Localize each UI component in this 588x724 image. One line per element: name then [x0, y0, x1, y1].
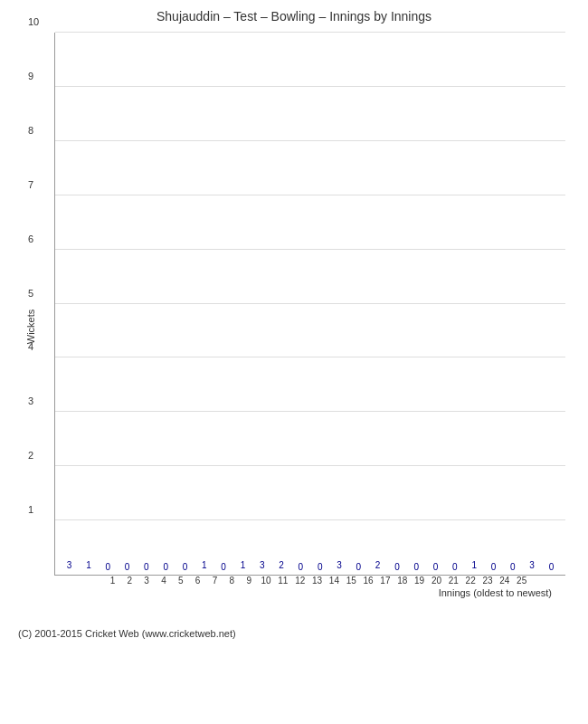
x-label: 13	[308, 576, 326, 586]
x-label: 6	[189, 576, 206, 586]
y-tick-label: 7	[28, 179, 33, 190]
bar-value-label: 1	[241, 560, 246, 570]
bar-value-label: 3	[260, 560, 265, 570]
y-tick-label: 9	[28, 71, 33, 81]
grid-line	[55, 519, 565, 520]
chart-container: Shujauddin – Test – Bowling – Innings by…	[0, 0, 588, 724]
x-label: 2	[121, 576, 138, 586]
bar-value-label: 3	[337, 560, 342, 570]
bar-value-label: 0	[318, 562, 323, 572]
x-label: 23	[479, 576, 497, 586]
x-label: 15	[343, 576, 360, 586]
bar-value-label: 1	[471, 560, 477, 570]
bar-value-label: 0	[356, 562, 362, 572]
bar-value-label: 0	[221, 562, 226, 572]
footer: (C) 2001-2015 Cricket Web (www.cricketwe…	[18, 628, 579, 639]
x-label: 16	[360, 576, 377, 586]
bar-value-label: 0	[125, 562, 130, 572]
x-label: 8	[223, 576, 241, 586]
y-tick-label: 2	[28, 450, 33, 461]
grid-line	[55, 140, 565, 141]
x-label: 11	[274, 576, 291, 586]
bar-value-label: 0	[183, 562, 188, 572]
x-label: 12	[291, 576, 308, 586]
x-label: 24	[496, 576, 513, 586]
x-label: 5	[172, 576, 189, 586]
x-label: 17	[377, 576, 394, 586]
y-tick-label: 10	[28, 16, 39, 27]
plot-area: 31000001013200302000010030 12345678910	[54, 33, 565, 576]
y-tick-label: 4	[28, 341, 33, 352]
bar-value-label: 0	[144, 562, 149, 572]
x-label: 14	[326, 576, 343, 586]
grid-line	[55, 32, 565, 33]
x-label: 19	[411, 576, 428, 586]
x-label: 3	[138, 576, 156, 586]
bar-value-label: 2	[279, 560, 284, 570]
bar-value-label: 0	[491, 562, 497, 572]
y-tick-label: 1	[28, 504, 33, 515]
y-tick-label: 3	[28, 395, 33, 406]
bar-value-label: 3	[529, 560, 535, 570]
bar-value-label: 1	[86, 560, 91, 570]
x-label: 25	[513, 576, 530, 586]
x-label: 18	[394, 576, 411, 586]
x-label: 20	[428, 576, 445, 586]
grid-line	[55, 465, 565, 466]
bar-value-label: 0	[413, 562, 419, 572]
bar-value-label: 0	[299, 562, 304, 572]
bar-value-label: 2	[375, 560, 381, 570]
x-label: 9	[241, 576, 258, 586]
grid-line	[55, 411, 565, 412]
bar-value-label: 1	[202, 560, 207, 570]
bar-value-label: 3	[67, 560, 72, 570]
x-axis-title: Innings (oldest to newest)	[54, 587, 552, 598]
bar-value-label: 0	[433, 562, 439, 572]
grid-line	[55, 357, 565, 357]
bars-wrapper: 31000001013200302000010030	[55, 33, 565, 575]
y-axis-label: Wickets	[25, 310, 36, 345]
x-label: 4	[156, 576, 173, 586]
bar-value-label: 0	[163, 562, 168, 572]
x-axis-labels: 1234567891011121314151617181920212223242…	[100, 576, 552, 586]
x-label: 7	[206, 576, 223, 586]
bar-value-label: 0	[105, 562, 110, 572]
bar-value-label: 0	[452, 562, 458, 572]
x-label	[530, 576, 547, 586]
chart-area: Wickets 31000001013200302000010030 12345…	[54, 33, 565, 621]
grid-line	[55, 195, 565, 195]
grid-line	[55, 86, 565, 87]
bar-value-label: 0	[394, 562, 400, 572]
bar-value-label: 0	[549, 562, 555, 572]
x-label: 10	[258, 576, 275, 586]
y-tick-label: 5	[28, 288, 33, 299]
y-tick-label: 8	[28, 125, 33, 136]
grid-line	[55, 249, 565, 250]
x-label: 21	[445, 576, 462, 586]
grid-line	[55, 303, 565, 304]
x-label: 1	[104, 576, 121, 586]
chart-title: Shujauddin – Test – Bowling – Innings by…	[9, 9, 579, 24]
y-tick-label: 6	[28, 233, 33, 244]
x-label: 22	[462, 576, 479, 586]
bar-value-label: 0	[510, 562, 516, 572]
